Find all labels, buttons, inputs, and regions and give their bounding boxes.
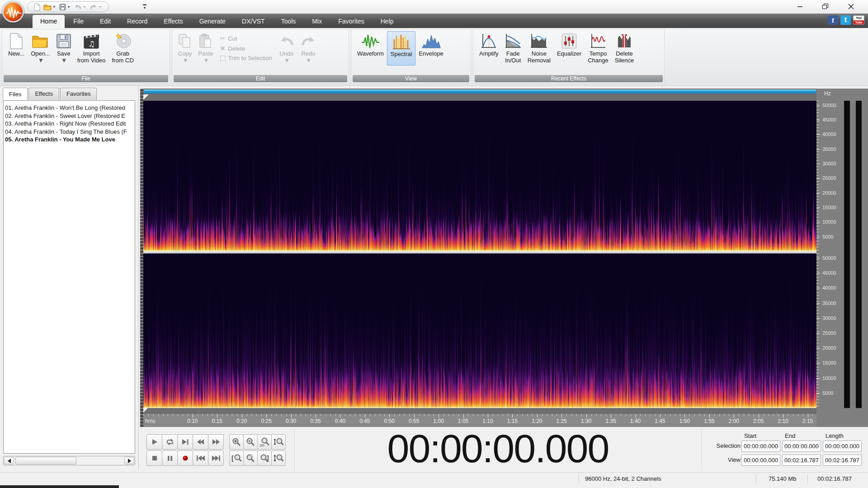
zoom-100-button[interactable]: 100 [257,434,272,450]
waveform-view-button[interactable]: Waveform [354,31,387,65]
pause-button[interactable] [162,450,178,466]
play-button[interactable] [146,434,162,450]
redo-button[interactable]: Redo ▼ [297,31,319,65]
go-to-end-button[interactable] [208,450,224,466]
app-logo-icon[interactable] [2,1,24,23]
customize-quick-access-icon[interactable]: ▬▼ [142,3,148,10]
file-list-item[interactable]: 04. Aretha Franklin - Today I Sing The B… [5,128,133,136]
scrollbar-thumb[interactable] [15,457,76,465]
delete-silence-button[interactable]: Delete Silence [612,31,637,65]
tab-favorites[interactable]: Favorites [60,88,97,100]
maximize-button[interactable] [814,0,837,13]
zoom-in-button[interactable] [229,434,244,450]
overview-seek-bar[interactable] [143,89,816,94]
spectrogram-channel-1[interactable] [143,101,816,251]
tempo-change-button[interactable]: Tempo Change [585,31,612,65]
tab-files[interactable]: Files [3,88,28,100]
tab-effects[interactable]: Effects [156,15,191,28]
fade-in-out-button[interactable]: Fade In/Out [502,31,524,65]
view-end-field[interactable]: 00:02:16.787 [782,455,821,466]
go-to-start-button[interactable] [193,450,208,466]
frequency-label: 50000 [822,103,836,108]
twitter-icon[interactable]: t [840,15,851,25]
file-list-item[interactable]: 05. Aretha Franklin - You Made Me Love [5,136,133,144]
zoom-vertical-out-button[interactable] [271,450,286,466]
open-dropdown-caret[interactable]: ▼ [38,57,44,64]
zoom-vertical-button[interactable] [271,434,286,450]
undo-button[interactable]: Undo ▼ [276,31,297,65]
tab-effects[interactable]: Effects [28,88,59,100]
view-start-field[interactable]: 00:00:00.000 [741,455,780,466]
zoom-fit-button[interactable]: ] [257,450,272,466]
new-document-icon[interactable] [33,2,41,11]
save-dropdown-caret[interactable]: ▼ [61,57,67,64]
tab-tools[interactable]: Tools [274,15,304,28]
equalizer-button[interactable]: Equalizer [554,31,585,65]
import-from-video-button[interactable]: ♫ Import from Video [74,31,109,65]
cut-button[interactable]: ✂ Cut [220,35,272,42]
cursor-marker-strip-bottom[interactable] [143,408,816,414]
selection-end-field[interactable]: 00:00:00.000 [782,441,821,452]
zoom-out-button[interactable] [243,434,258,450]
redo-dropdown-caret[interactable]: ▼ [306,57,311,64]
grab-from-cd-button[interactable]: Grab from CD [108,31,137,65]
tab-mix[interactable]: Mix [304,15,330,28]
tab-help[interactable]: Help [373,15,401,28]
record-button[interactable] [177,450,193,466]
tab-home[interactable]: Home [33,15,65,28]
open-button[interactable]: Open... ▼ [28,31,53,65]
scroll-right-arrow-icon[interactable] [124,457,134,465]
youtube-icon[interactable]: You Tube [853,15,864,25]
spectrogram-channel-2[interactable] [143,253,816,408]
selection-start-field[interactable]: 00:00:00.000 [741,441,780,452]
undo-dropdown-caret[interactable]: ▼ [284,57,290,64]
frequency-label: 20000 [822,190,836,196]
fast-forward-button[interactable] [208,434,224,450]
play-to-end-button[interactable] [177,434,193,450]
scissors-icon: ✂ [220,35,226,42]
overview-position-bar [144,89,816,94]
loop-button[interactable] [162,434,178,450]
trim-to-selection-button[interactable]: Trim to Selection [220,55,272,61]
minimize-button[interactable] [789,0,811,13]
amplify-button[interactable]: Amplify [476,31,502,65]
file-list-item[interactable]: 02. Aretha Franklin - Sweet Lover (Resto… [5,112,133,120]
selection-length-field[interactable]: 00:00:00.000 [823,441,862,452]
zoom-selection-button[interactable]: [ [229,450,244,466]
tab-favorites[interactable]: Favorites [330,15,372,28]
spectral-view-button[interactable]: Spectral [387,31,416,66]
tab-generate[interactable]: Generate [192,15,233,28]
tab-record[interactable]: Record [119,15,155,28]
copy-dropdown-caret[interactable]: ▼ [183,57,189,64]
scroll-left-arrow-icon[interactable] [4,457,14,465]
undo-icon[interactable]: ▼ [73,2,87,11]
tab-dx-vst[interactable]: DX/VST [234,15,273,28]
zoom-all-button[interactable] [243,450,258,466]
undo-dropdown-caret[interactable]: ▼ [83,5,86,9]
redo-dropdown-caret[interactable]: ▼ [99,5,102,9]
file-list-hscrollbar[interactable] [3,456,135,465]
redo-icon[interactable]: ▼ [89,2,103,11]
copy-button[interactable]: Copy ▼ [175,31,195,65]
noise-removal-button[interactable]: Noise Removal [524,31,554,65]
new-button[interactable]: New... [5,31,28,65]
save-icon[interactable]: ▼ [58,2,71,11]
file-list-item[interactable]: 01. Aretha Franklin - Won't Be Long (Res… [5,104,133,112]
facebook-icon[interactable]: f [828,15,838,25]
close-button[interactable] [840,0,862,13]
open-file-icon[interactable]: ▼ [42,2,57,11]
save-button[interactable]: Save ▼ [53,31,74,65]
open-dropdown-caret[interactable]: ▼ [52,5,56,9]
cursor-marker-strip-top[interactable] [143,94,816,101]
stop-button[interactable] [146,450,162,466]
save-dropdown-caret[interactable]: ▼ [67,5,71,9]
delete-button[interactable]: ✕ Delete [220,45,272,52]
tab-file[interactable]: File [66,15,91,28]
tab-edit[interactable]: Edit [92,15,118,28]
file-list-item[interactable]: 03. Aretha Franklin - Right Now (Restore… [5,120,133,128]
view-length-field[interactable]: 00:02:16.787 [823,455,862,466]
envelope-view-button[interactable]: Envelope [415,31,446,65]
paste-dropdown-caret[interactable]: ▼ [203,57,209,64]
rewind-button[interactable] [193,434,208,450]
paste-button[interactable]: Paste ▼ [195,31,216,65]
